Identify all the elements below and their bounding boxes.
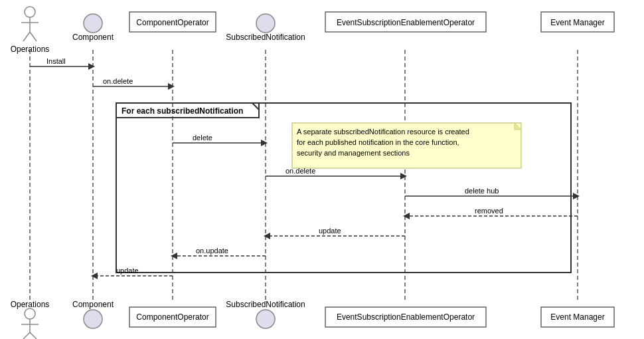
msg-update-1: update: [319, 227, 341, 235]
actor-ops-top-label: Operations: [11, 45, 50, 54]
actor-evmgr-top-label: Event Manager: [550, 18, 604, 27]
loop-label: For each subscribedNotification: [121, 106, 243, 116]
svg-marker-22: [168, 83, 175, 90]
svg-point-44: [256, 310, 275, 328]
svg-marker-20: [88, 63, 95, 70]
msg-removed: removed: [475, 207, 503, 215]
msg-on-delete-2: on.delete: [285, 167, 315, 175]
diagram-svg: Operations Component ComponentOperator S…: [0, 0, 644, 339]
svg-point-13: [256, 14, 275, 33]
msg-delete-hub: delete hub: [465, 187, 499, 195]
actor-eseo-top-label: EventSubscriptionEnablementOperator: [337, 18, 475, 27]
msg-on-update: on.update: [196, 247, 228, 255]
actor-eseo-bottom-label: EventSubscriptionEnablementOperator: [337, 312, 475, 322]
svg-marker-24: [261, 140, 268, 146]
svg-point-11: [84, 14, 102, 33]
note-line2: for each published notification in the c…: [297, 138, 459, 146]
svg-line-41: [30, 332, 37, 339]
actor-evmgr-bottom-label: Event Manager: [550, 312, 604, 322]
svg-line-40: [23, 332, 30, 339]
msg-update-2: update: [116, 267, 139, 275]
sequence-diagram: Operations Component ComponentOperator S…: [0, 0, 644, 339]
svg-point-37: [25, 308, 35, 319]
msg-on-delete-1: on.delete: [103, 77, 133, 85]
msg-install: Install: [46, 57, 66, 65]
actor-compop-bottom-label: ComponentOperator: [136, 312, 208, 322]
svg-point-42: [84, 310, 102, 328]
actor-subnot-bottom-label: SubscribedNotification: [226, 300, 305, 309]
svg-marker-30: [403, 213, 410, 219]
actor-comp-bottom-label: Component: [72, 300, 114, 309]
actor-ops-bottom-label: Operations: [11, 300, 50, 309]
actor-comp-top-label: Component: [72, 33, 114, 42]
svg-marker-34: [171, 253, 177, 259]
svg-marker-32: [264, 233, 270, 239]
svg-line-10: [30, 32, 37, 41]
svg-point-6: [25, 7, 35, 17]
actor-subnot-top-label: SubscribedNotification: [226, 33, 305, 42]
svg-line-9: [23, 32, 30, 41]
svg-marker-36: [91, 273, 98, 279]
svg-marker-26: [400, 173, 407, 179]
note-line3: security and management sections: [297, 149, 410, 157]
msg-delete: delete: [193, 134, 212, 142]
svg-marker-28: [573, 193, 580, 199]
note-line1: A separate subscribedNotification resour…: [297, 128, 469, 136]
actor-compop-top-label: ComponentOperator: [136, 18, 208, 27]
